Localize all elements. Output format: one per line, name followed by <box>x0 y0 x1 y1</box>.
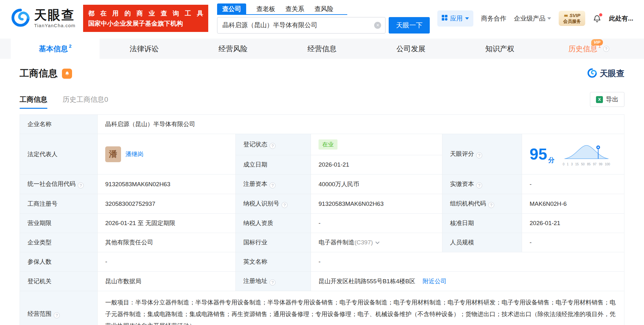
user-menu[interactable]: 此处有... <box>609 14 633 23</box>
tianyancha-watermark: 天眼查 <box>587 68 624 79</box>
chevron-down-icon[interactable] <box>375 240 380 244</box>
value-credit-code: 91320583MAK6N02H63 <box>98 175 236 194</box>
legal-rep-avatar[interactable]: 潘 <box>105 146 121 162</box>
tab-legal-label: 法律诉讼 <box>130 44 159 54</box>
value-paid-capital: - <box>522 175 624 194</box>
search-tab-company[interactable]: 查公司 <box>217 3 246 14</box>
enterprise-products-link[interactable]: 企业级产品 <box>514 14 551 23</box>
label-legal-rep: 法定代表人 <box>20 134 98 175</box>
notification-dot <box>599 13 602 16</box>
industry-name: 电子器件制造 <box>319 239 355 246</box>
business-info-table: 企业名称 晶科启源（昆山）半导体有限公司 法定代表人 潘 潘继岗 登记状态? 在… <box>20 114 624 325</box>
apps-button[interactable]: 应用 <box>437 10 473 27</box>
label-reg-status: 登记状态? <box>236 134 311 155</box>
label-establish-date: 成立日期 <box>236 155 311 175</box>
tab-operating-label: 经营信息 <box>307 44 337 54</box>
help-icon[interactable]: ? <box>603 46 609 52</box>
value-reg-status: 在业 <box>311 134 442 155</box>
label-score: 天眼评分? <box>442 134 522 175</box>
subtabs: 工商信息 历史工商信息0 X 导出 <box>20 92 624 109</box>
brand-domain: TianYanCha.com <box>34 23 76 28</box>
notification-bell-icon[interactable] <box>593 14 601 23</box>
search-tab-relation[interactable]: 查关系 <box>285 4 304 14</box>
help-icon[interactable]: ? <box>476 152 482 158</box>
table-row: 企业名称 晶科启源（昆山）半导体有限公司 <box>20 115 624 134</box>
vip-badge: VIP <box>591 39 603 46</box>
help-icon[interactable]: ? <box>270 143 276 149</box>
label-business-term: 营业期限 <box>20 214 98 233</box>
subscribe-bell-icon[interactable] <box>62 69 72 79</box>
search-tabs: 查公司 查老板 查关系 查风险 <box>217 3 347 15</box>
label-reg-capital: 注册资本? <box>236 175 311 194</box>
score-axis: 0131550859799100 <box>563 162 610 166</box>
search-tab-risk[interactable]: 查风险 <box>314 4 333 14</box>
svip-label: SVIP <box>569 13 580 19</box>
value-business-term: 2026-01-21 至 无固定期限 <box>98 214 236 233</box>
table-row: 营业期限 2026-01-21 至 无固定期限 纳税人资质 - 核准日期 202… <box>20 214 624 233</box>
tab-basic-info[interactable]: 基本信息 2 <box>11 39 100 59</box>
table-row: 参保人数 - 英文名称 - <box>20 252 624 272</box>
legal-rep-link[interactable]: 潘继岗 <box>125 150 143 158</box>
business-coop-link[interactable]: 商务合作 <box>481 14 506 23</box>
value-insured-count: - <box>98 252 236 272</box>
business-info-card: 工商信息 天眼查 工商信息 历史工商信息0 X 导出 企业名称 <box>0 59 644 325</box>
caret-down-icon <box>465 17 469 20</box>
value-taxpayer-id: 91320583MAK6N02H63 <box>311 194 442 214</box>
reg-address-text: 昆山开发区杜鹃路555号B1栋4楼B区 <box>319 278 415 285</box>
industry-code: (C397) <box>355 239 373 246</box>
promo-line2: 国家中小企业发展子基金旗下机构 <box>88 18 203 28</box>
caret-down-icon <box>547 17 551 20</box>
value-approval-date: 2026-01-21 <box>522 214 624 233</box>
tab-legal-proceedings[interactable]: 法律诉讼 <box>100 39 188 59</box>
export-button[interactable]: X 导出 <box>590 92 624 107</box>
value-industry: 电子器件制造(C397) <box>311 233 442 252</box>
status-badge: 在业 <box>319 139 337 150</box>
label-industry: 国标行业 <box>236 233 311 252</box>
help-icon[interactable]: ? <box>270 182 276 188</box>
tab-intellectual-property[interactable]: 知识产权 <box>455 39 544 59</box>
tianyancha-logo[interactable]: 天眼查 TianYanCha.com <box>11 8 76 29</box>
nearby-companies-link[interactable]: 附近公司 <box>422 278 447 285</box>
svip-sublabel: 会员服务 <box>563 19 581 24</box>
value-staff-size: - <box>522 233 624 252</box>
subtab-business-info[interactable]: 工商信息 <box>20 95 47 109</box>
help-icon[interactable]: ? <box>476 182 482 188</box>
label-staff-size: 人员规模 <box>442 233 522 252</box>
value-english-name: - <box>311 252 624 272</box>
svip-member-badge[interactable]: SVIP 会员服务 <box>559 11 585 26</box>
label-approval-date: 核准日期 <box>442 214 522 233</box>
business-coop-label: 商务合作 <box>481 14 506 23</box>
section-title: 工商信息 <box>20 67 58 80</box>
tab-history-info[interactable]: VIP 历史信息 1 ? <box>544 39 633 59</box>
table-row: 经营范围? 一般项目：半导体分立器件制造；半导体器件专用设备制造；半导体器件专用… <box>20 291 624 325</box>
label-english-name: 英文名称 <box>236 252 311 272</box>
value-company-type: 其他有限责任公司 <box>98 233 236 252</box>
table-row: 登记机关 昆山市数据局 注册地址? 昆山开发区杜鹃路555号B1栋4楼B区 附近… <box>20 272 624 291</box>
help-icon[interactable]: ? <box>54 312 60 318</box>
help-icon[interactable]: ? <box>488 202 494 208</box>
tab-operating-info[interactable]: 经营信息 <box>277 39 366 59</box>
tab-operating-risk[interactable]: 经营风险 <box>189 39 277 59</box>
apps-label: 应用 <box>450 14 463 23</box>
search-tab-boss[interactable]: 查老板 <box>256 4 275 14</box>
promo-banner: 都在用的商业查询工具 国家中小企业发展子基金旗下机构 <box>83 5 208 32</box>
search-input[interactable] <box>217 17 386 34</box>
tab-basic-info-count: 2 <box>69 43 71 49</box>
score-number: 95 <box>530 146 547 162</box>
score-distribution-chart: 0131550859799100 <box>563 142 610 166</box>
help-icon[interactable]: ? <box>282 202 288 208</box>
promo-line1: 都在用的商业查询工具 <box>88 8 203 18</box>
value-business-scope: 一般项目：半导体分立器件制造；半导体器件专用设备制造；半导体器件专用设备销售；电… <box>98 291 624 325</box>
table-row: 工商注册号 320583002752937 纳税人识别号? 91320583MA… <box>20 194 624 214</box>
clear-icon[interactable]: × <box>374 22 381 29</box>
label-paid-capital: 实缴资本? <box>442 175 522 194</box>
label-taxpayer-quality: 纳税人资质 <box>236 214 311 233</box>
subtab-history-business-info[interactable]: 历史工商信息0 <box>63 95 108 109</box>
help-icon[interactable]: ? <box>270 279 276 285</box>
tab-risk-label: 经营风险 <box>219 44 248 54</box>
label-business-scope: 经营范围? <box>20 291 98 325</box>
tab-company-development[interactable]: 公司发展 <box>367 39 455 59</box>
help-icon[interactable]: ? <box>78 182 84 188</box>
search-button[interactable]: 天眼一下 <box>389 17 430 34</box>
label-reg-authority: 登记机关 <box>20 272 98 291</box>
